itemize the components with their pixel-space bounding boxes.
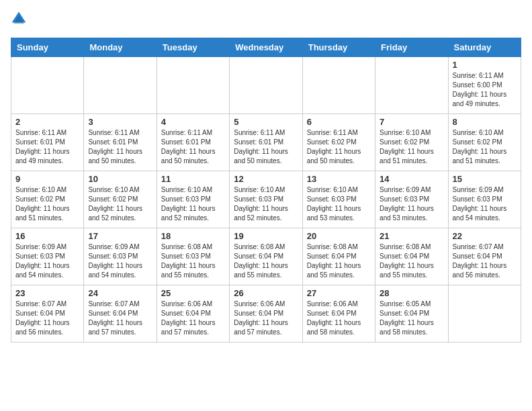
day-number: 12: [234, 174, 298, 184]
day-number: 20: [307, 231, 371, 241]
column-header-wednesday: Wednesday: [230, 38, 302, 57]
calendar-cell: 7Sunrise: 6:10 AM Sunset: 6:02 PM Daylig…: [375, 114, 448, 171]
day-info: Sunrise: 6:10 AM Sunset: 6:02 PM Dayligh…: [453, 128, 517, 166]
calendar-week-1: 1Sunrise: 6:11 AM Sunset: 6:00 PM Daylig…: [11, 57, 521, 114]
calendar-cell: 10Sunrise: 6:10 AM Sunset: 6:02 PM Dayli…: [84, 171, 157, 228]
calendar-week-5: 23Sunrise: 6:07 AM Sunset: 6:04 PM Dayli…: [11, 285, 521, 342]
day-number: 8: [453, 117, 517, 127]
day-info: Sunrise: 6:08 AM Sunset: 6:03 PM Dayligh…: [161, 242, 225, 280]
calendar-cell: 9Sunrise: 6:10 AM Sunset: 6:02 PM Daylig…: [11, 171, 84, 228]
calendar-cell: 11Sunrise: 6:10 AM Sunset: 6:03 PM Dayli…: [157, 171, 229, 228]
column-header-monday: Monday: [84, 38, 157, 57]
day-info: Sunrise: 6:08 AM Sunset: 6:04 PM Dayligh…: [307, 242, 371, 280]
calendar-cell: 17Sunrise: 6:09 AM Sunset: 6:03 PM Dayli…: [84, 228, 157, 285]
calendar-cell: 3Sunrise: 6:11 AM Sunset: 6:01 PM Daylig…: [84, 114, 157, 171]
calendar-header-row: SundayMondayTuesdayWednesdayThursdayFrid…: [11, 38, 521, 57]
day-number: 18: [161, 231, 225, 241]
calendar-cell: 15Sunrise: 6:09 AM Sunset: 6:03 PM Dayli…: [448, 171, 521, 228]
calendar-cell: 20Sunrise: 6:08 AM Sunset: 6:04 PM Dayli…: [302, 228, 375, 285]
day-number: 1: [453, 60, 517, 70]
day-number: 7: [380, 117, 443, 127]
day-number: 13: [307, 174, 371, 184]
day-number: 14: [380, 174, 443, 184]
calendar-cell: 21Sunrise: 6:08 AM Sunset: 6:04 PM Dayli…: [375, 228, 448, 285]
calendar-cell: 28Sunrise: 6:05 AM Sunset: 6:04 PM Dayli…: [375, 285, 448, 342]
calendar-cell: [448, 285, 521, 342]
day-info: Sunrise: 6:09 AM Sunset: 6:03 PM Dayligh…: [15, 242, 79, 280]
day-info: Sunrise: 6:08 AM Sunset: 6:04 PM Dayligh…: [380, 242, 443, 280]
day-info: Sunrise: 6:06 AM Sunset: 6:04 PM Dayligh…: [161, 300, 225, 337]
day-info: Sunrise: 6:09 AM Sunset: 6:03 PM Dayligh…: [380, 185, 443, 223]
day-number: 23: [15, 288, 79, 298]
day-info: Sunrise: 6:10 AM Sunset: 6:03 PM Dayligh…: [234, 185, 298, 223]
day-info: Sunrise: 6:06 AM Sunset: 6:04 PM Dayligh…: [307, 300, 371, 337]
day-info: Sunrise: 6:07 AM Sunset: 6:04 PM Dayligh…: [453, 242, 517, 280]
day-number: 22: [453, 231, 517, 241]
calendar-cell: 2Sunrise: 6:11 AM Sunset: 6:01 PM Daylig…: [11, 114, 84, 171]
day-info: Sunrise: 6:11 AM Sunset: 6:01 PM Dayligh…: [88, 128, 152, 166]
calendar-table: SundayMondayTuesdayWednesdayThursdayFrid…: [11, 38, 521, 342]
calendar-cell: 5Sunrise: 6:11 AM Sunset: 6:01 PM Daylig…: [230, 114, 302, 171]
day-info: Sunrise: 6:10 AM Sunset: 6:03 PM Dayligh…: [161, 185, 225, 223]
calendar-cell: 19Sunrise: 6:08 AM Sunset: 6:04 PM Dayli…: [230, 228, 302, 285]
day-info: Sunrise: 6:10 AM Sunset: 6:02 PM Dayligh…: [88, 185, 152, 223]
day-number: 26: [234, 288, 298, 298]
calendar-cell: [157, 57, 229, 114]
day-info: Sunrise: 6:09 AM Sunset: 6:03 PM Dayligh…: [453, 185, 517, 223]
day-number: 6: [307, 117, 371, 127]
calendar-cell: 23Sunrise: 6:07 AM Sunset: 6:04 PM Dayli…: [11, 285, 84, 342]
calendar-cell: [230, 57, 302, 114]
calendar-week-4: 16Sunrise: 6:09 AM Sunset: 6:03 PM Dayli…: [11, 228, 521, 285]
calendar-cell: [302, 57, 375, 114]
column-header-sunday: Sunday: [11, 38, 84, 57]
day-number: 24: [88, 288, 152, 298]
day-number: 28: [380, 288, 443, 298]
calendar-cell: [375, 57, 448, 114]
day-info: Sunrise: 6:11 AM Sunset: 6:01 PM Dayligh…: [234, 128, 298, 166]
calendar-cell: 27Sunrise: 6:06 AM Sunset: 6:04 PM Dayli…: [302, 285, 375, 342]
day-info: Sunrise: 6:07 AM Sunset: 6:04 PM Dayligh…: [15, 300, 79, 337]
day-number: 25: [161, 288, 225, 298]
day-info: Sunrise: 6:10 AM Sunset: 6:03 PM Dayligh…: [307, 185, 371, 223]
logo-icon: [11, 11, 27, 27]
calendar-cell: 16Sunrise: 6:09 AM Sunset: 6:03 PM Dayli…: [11, 228, 84, 285]
day-number: 10: [88, 174, 152, 184]
calendar-week-2: 2Sunrise: 6:11 AM Sunset: 6:01 PM Daylig…: [11, 114, 521, 171]
column-header-tuesday: Tuesday: [157, 38, 229, 57]
calendar-cell: 18Sunrise: 6:08 AM Sunset: 6:03 PM Dayli…: [157, 228, 229, 285]
day-number: 2: [15, 117, 79, 127]
calendar-week-3: 9Sunrise: 6:10 AM Sunset: 6:02 PM Daylig…: [11, 171, 521, 228]
day-info: Sunrise: 6:09 AM Sunset: 6:03 PM Dayligh…: [88, 242, 152, 280]
calendar-cell: 12Sunrise: 6:10 AM Sunset: 6:03 PM Dayli…: [230, 171, 302, 228]
page-header: [11, 11, 521, 30]
calendar-cell: 6Sunrise: 6:11 AM Sunset: 6:02 PM Daylig…: [302, 114, 375, 171]
column-header-friday: Friday: [375, 38, 448, 57]
calendar-cell: 8Sunrise: 6:10 AM Sunset: 6:02 PM Daylig…: [448, 114, 521, 171]
day-info: Sunrise: 6:06 AM Sunset: 6:04 PM Dayligh…: [234, 300, 298, 337]
day-number: 9: [15, 174, 79, 184]
calendar-cell: [84, 57, 157, 114]
calendar-cell: 14Sunrise: 6:09 AM Sunset: 6:03 PM Dayli…: [375, 171, 448, 228]
day-info: Sunrise: 6:11 AM Sunset: 6:00 PM Dayligh…: [453, 71, 517, 109]
day-number: 27: [307, 288, 371, 298]
calendar-cell: 4Sunrise: 6:11 AM Sunset: 6:01 PM Daylig…: [157, 114, 229, 171]
day-number: 17: [88, 231, 152, 241]
column-header-saturday: Saturday: [448, 38, 521, 57]
calendar-cell: 26Sunrise: 6:06 AM Sunset: 6:04 PM Dayli…: [230, 285, 302, 342]
day-info: Sunrise: 6:08 AM Sunset: 6:04 PM Dayligh…: [234, 242, 298, 280]
day-info: Sunrise: 6:10 AM Sunset: 6:02 PM Dayligh…: [15, 185, 79, 223]
day-number: 3: [88, 117, 152, 127]
day-info: Sunrise: 6:05 AM Sunset: 6:04 PM Dayligh…: [380, 300, 443, 337]
day-info: Sunrise: 6:11 AM Sunset: 6:01 PM Dayligh…: [15, 128, 79, 166]
day-number: 15: [453, 174, 517, 184]
day-info: Sunrise: 6:11 AM Sunset: 6:02 PM Dayligh…: [307, 128, 371, 166]
day-info: Sunrise: 6:07 AM Sunset: 6:04 PM Dayligh…: [88, 300, 152, 337]
logo: [11, 11, 30, 30]
calendar-cell: 22Sunrise: 6:07 AM Sunset: 6:04 PM Dayli…: [448, 228, 521, 285]
calendar-cell: [11, 57, 84, 114]
day-number: 11: [161, 174, 225, 184]
day-number: 19: [234, 231, 298, 241]
day-info: Sunrise: 6:11 AM Sunset: 6:01 PM Dayligh…: [161, 128, 225, 166]
day-number: 5: [234, 117, 298, 127]
day-number: 21: [380, 231, 443, 241]
